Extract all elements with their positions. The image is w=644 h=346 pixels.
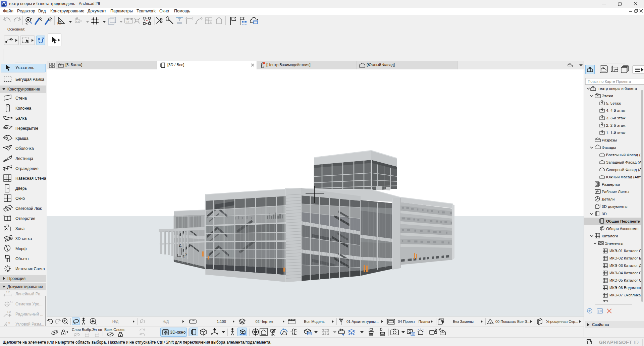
svg-text:y: y	[185, 252, 187, 256]
svg-text:XY: XY	[76, 20, 79, 23]
svg-text:Z,: Z,	[179, 244, 182, 247]
svg-text:1.2: 1.2	[6, 291, 10, 294]
svg-text:1.2: 1.2	[10, 300, 13, 303]
svg-text:1.2: 1.2	[7, 310, 11, 313]
svg-text:α: α	[8, 321, 10, 324]
svg-text:12: 12	[126, 20, 129, 23]
